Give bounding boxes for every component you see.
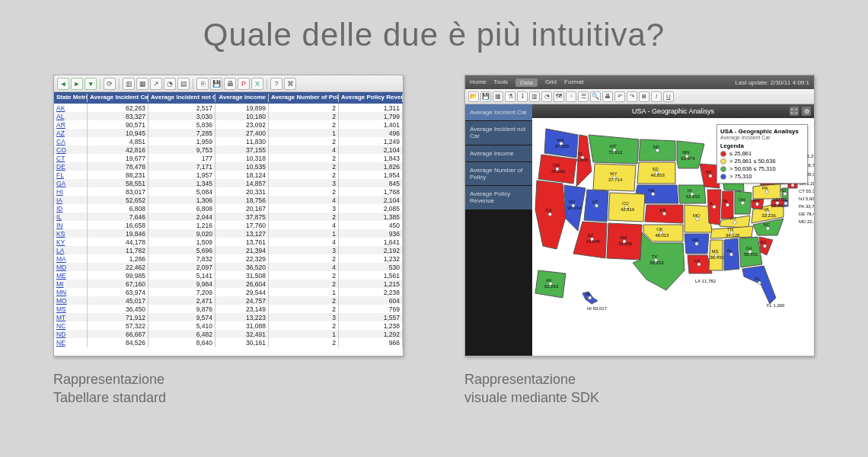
zoom-icon[interactable]: 🔍 <box>590 91 601 102</box>
chart-bar-icon[interactable]: ▥ <box>123 78 135 90</box>
table-row[interactable]: MN63,9747,20929,54412,238 <box>54 288 403 296</box>
table-row[interactable]: MI67,1609,98426,60421,215 <box>54 280 403 288</box>
below-label: FL 1,260 <box>767 303 785 308</box>
right-caption: Rappresentazione visuale mediante SDK <box>464 370 815 407</box>
col-header[interactable]: Average income <box>215 94 269 102</box>
table-row[interactable]: MS36,4509,87623,1492769 <box>54 305 403 313</box>
map-tool-icon[interactable]: ⛶ <box>790 107 799 116</box>
table-row[interactable]: NE84,5268,64030,1612966 <box>54 338 403 347</box>
table-row[interactable]: GA58,5511,34514,8573845 <box>54 179 403 187</box>
col-header[interactable]: Average Number of Policy <box>269 94 339 102</box>
open-icon[interactable]: 📂 <box>468 91 479 102</box>
filter-icon[interactable]: ⚗ <box>505 91 515 102</box>
sort-icon[interactable]: ↧ <box>517 91 528 102</box>
copy-icon[interactable]: ⎘ <box>196 78 209 90</box>
state-value: 46,853 <box>651 173 665 177</box>
legend-row: ≤ 25,861 <box>720 150 804 157</box>
grid-icon[interactable]: ▦ <box>493 91 503 102</box>
state-label: MD <box>773 197 780 202</box>
state-label: WA <box>557 138 563 142</box>
bold-icon[interactable]: B <box>639 91 649 102</box>
table-row[interactable]: ND66,6676,48232,49111,292 <box>54 330 403 338</box>
table-row[interactable]: CT19,67717710,31821,843 <box>54 154 403 162</box>
table-row[interactable]: ID6,8086,80820,16732,085 <box>54 204 403 213</box>
table-row[interactable]: ME99,9855,14131,50821,561 <box>54 271 403 280</box>
state-marker-icon <box>656 149 659 152</box>
table-row[interactable]: HI83,0175,08420,33121,768 <box>54 187 403 196</box>
menu-grid[interactable]: Grid <box>545 78 557 87</box>
sidebar-item-policy-revenue[interactable]: Average Policy Revenue <box>465 186 532 209</box>
chart-col-icon[interactable]: ▤ <box>177 78 190 90</box>
state-label: AL <box>727 248 733 253</box>
state-label: NM <box>620 235 627 240</box>
undo-icon[interactable]: ↶ <box>614 91 625 102</box>
chart-bar-icon[interactable]: ▥ <box>529 91 540 102</box>
table-row[interactable]: KY44,1781,50913,76141,641 <box>54 238 403 246</box>
state-value: 33,226 <box>762 213 777 218</box>
italic-icon[interactable]: I <box>651 91 662 102</box>
export-pdf-icon[interactable]: P <box>238 78 250 90</box>
print-icon[interactable]: 🖶 <box>602 91 613 102</box>
map-icon[interactable]: 🗺 <box>554 91 564 102</box>
table-row[interactable]: MD22,4622,09736,5204530 <box>54 263 403 271</box>
save-icon[interactable]: 💾 <box>480 91 491 102</box>
menu-home[interactable]: Home <box>470 78 486 87</box>
legend-icon[interactable]: ☰ <box>578 91 589 102</box>
table-row[interactable]: IA52,6521,30618,75642,104 <box>54 196 403 204</box>
underline-icon[interactable]: U <box>663 91 674 102</box>
state-fl[interactable] <box>742 266 776 304</box>
state-marker-icon <box>733 221 736 224</box>
chart-line-icon[interactable]: ↗ <box>150 78 162 90</box>
state-label: GA <box>745 246 752 251</box>
nav-fwd-icon[interactable]: ► <box>71 78 83 90</box>
sidebar-item-income[interactable]: Average income <box>465 145 532 162</box>
chart-pie-icon[interactable]: ◔ <box>541 91 552 102</box>
menu-data[interactable]: Data <box>515 78 538 87</box>
chart-pie-icon[interactable]: ◔ <box>164 78 176 90</box>
col-header[interactable]: State Metrics <box>54 94 88 102</box>
state-link-cell[interactable]: NE <box>54 338 88 347</box>
map-settings-icon[interactable]: ⚙ <box>802 107 811 116</box>
table-row[interactable]: AZ10,9457,28527,4001496 <box>54 129 403 137</box>
save-icon[interactable]: 💾 <box>210 78 222 90</box>
export-xls-icon[interactable]: X <box>251 78 263 90</box>
map-stage[interactable]: WA87,605OR43,260CANV90,014ID6,808MT71,91… <box>532 118 814 356</box>
legend-swatch <box>720 151 726 157</box>
nav-drop-icon[interactable]: ▾ <box>85 78 97 90</box>
table-row[interactable]: CA4,8511,95911,83021,249 <box>54 137 403 145</box>
redo-icon[interactable]: ↷ <box>627 91 637 102</box>
table-row[interactable]: NC57,3225,41031,08821,238 <box>54 321 403 330</box>
table-body: AK62,2632,51719,89921,311AL83,3273,03010… <box>54 104 403 347</box>
nav-back-icon[interactable]: ◄ <box>57 78 69 90</box>
sidebar-item-policy-count[interactable]: Average Number of Policy <box>465 162 532 186</box>
table-row[interactable]: CO42,8169,75337,15542,104 <box>54 145 403 154</box>
table-row[interactable]: MO45,0172,47124,7572604 <box>54 296 403 305</box>
print-icon[interactable]: 🖶 <box>224 78 236 90</box>
menu-tools[interactable]: Tools <box>493 78 508 87</box>
col-header[interactable]: Average Incident Car <box>88 94 148 102</box>
table-row[interactable]: MT71,9129,57413,22331,557 <box>54 313 403 321</box>
table-row[interactable]: KS19,8469,02013,1271936 <box>54 229 403 238</box>
help-icon[interactable]: ? <box>270 78 282 90</box>
points-icon[interactable]: ⁘ <box>566 91 576 102</box>
state-label: AK <box>546 278 552 283</box>
table-row[interactable]: DE78,4787,17110,53521,826 <box>54 162 403 171</box>
sidebar-item-incident-notcar[interactable]: Average Incident not Car <box>465 121 532 145</box>
table-row[interactable]: AK62,2632,51719,89921,311 <box>54 104 403 112</box>
table-row[interactable]: IL7,6462,04437,87521,385 <box>54 213 403 221</box>
page-title: Quale delle due è più intuitiva? <box>0 0 868 53</box>
table-row[interactable]: LA11,7825,69621,39432,192 <box>54 246 403 254</box>
table-row[interactable]: MA1,2867,83222,32921,232 <box>54 254 403 263</box>
script-icon[interactable]: ⌘ <box>284 78 296 90</box>
sidebar-item-incident-car[interactable]: Average Incident Car <box>465 104 532 121</box>
table-row[interactable]: IN16,6581,21617,7604450 <box>54 221 403 229</box>
col-header[interactable]: Average Policy Revenue <box>339 94 403 102</box>
table-row[interactable]: FL88,2311,95718,12421,954 <box>54 171 403 179</box>
map-app-panel: Home Tools Data Grid Format Last update:… <box>464 75 815 356</box>
menu-format[interactable]: Format <box>564 78 583 87</box>
refresh-icon[interactable]: ⟳ <box>104 78 116 90</box>
table-row[interactable]: AL83,3273,03010,18021,799 <box>54 112 403 120</box>
grid-icon[interactable]: ▦ <box>136 78 148 90</box>
table-row[interactable]: AR90,5715,83623,09221,401 <box>54 120 403 129</box>
col-header[interactable]: Average Incident not Car <box>148 94 215 102</box>
